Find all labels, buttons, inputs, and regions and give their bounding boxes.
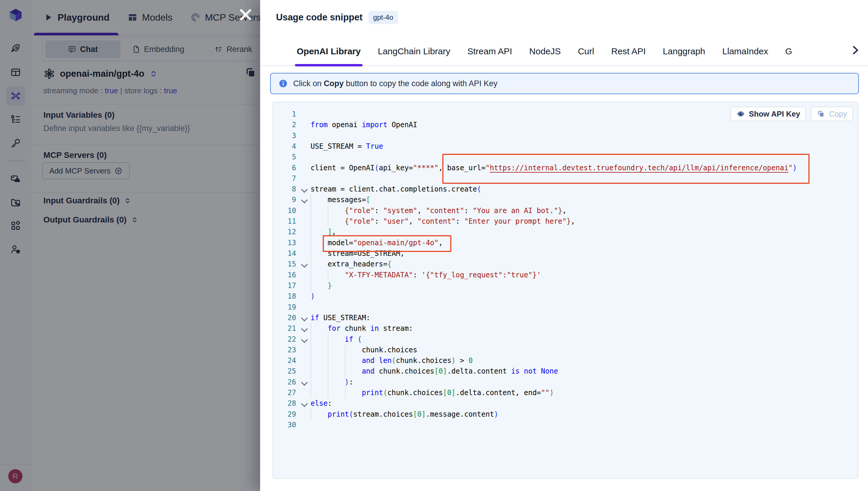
snippet-tab-label: Langgraph bbox=[663, 46, 705, 56]
line-number: 18 bbox=[273, 291, 296, 301]
code-text: print(stream.choices[0].message.content) bbox=[311, 409, 498, 420]
snippet-tab-langchain-library[interactable]: LangChain Library bbox=[378, 37, 450, 66]
snippet-tab-openai-library[interactable]: OpenAI Library bbox=[297, 37, 361, 66]
base-url-highlight bbox=[442, 154, 810, 184]
line-number: 24 bbox=[273, 355, 296, 366]
fold-chevron-icon[interactable] bbox=[301, 315, 308, 322]
model-badge: gpt-4o bbox=[368, 11, 398, 24]
snippet-tab-label: NodeJS bbox=[529, 46, 561, 56]
line-number: 16 bbox=[273, 270, 296, 280]
code-line: 15 extra_headers={ bbox=[273, 259, 858, 270]
line-number: 9 bbox=[273, 195, 296, 205]
indent-guide bbox=[328, 387, 328, 398]
indent-guide bbox=[328, 366, 328, 377]
modal-backdrop bbox=[0, 0, 260, 491]
indent-guide bbox=[311, 280, 311, 291]
fold-chevron-icon[interactable] bbox=[301, 325, 308, 332]
line-number: 30 bbox=[273, 420, 296, 430]
indent-guide bbox=[345, 345, 345, 355]
code-text: {"role": "user", "content": "Enter your … bbox=[311, 216, 575, 227]
close-icon[interactable] bbox=[236, 5, 255, 24]
indent-guide bbox=[328, 205, 328, 216]
model-highlight bbox=[323, 235, 451, 252]
banner-text: Click on Copy button to copy the code al… bbox=[293, 79, 498, 88]
line-number: 15 bbox=[273, 259, 296, 269]
code-text: stream = client.chat.completions.create( bbox=[311, 184, 481, 195]
code-line: 21 for chunk in stream: bbox=[273, 323, 858, 334]
line-number: 29 bbox=[273, 409, 296, 420]
indent-guide bbox=[311, 323, 311, 334]
code-text: if ( bbox=[311, 334, 362, 345]
code-line: 16 "X-TFY-METADATA": '{"tfy_log_request"… bbox=[273, 270, 858, 281]
line-number: 2 bbox=[273, 119, 296, 130]
code-text: from openai import OpenAI bbox=[311, 119, 417, 130]
line-number: 23 bbox=[273, 345, 296, 355]
indent-guide bbox=[328, 334, 328, 345]
snippet-tab-llamaindex[interactable]: LlamaIndex bbox=[723, 37, 768, 66]
code-block: Show API Key Copy 12from openai import O… bbox=[273, 102, 858, 479]
indent-guide bbox=[311, 409, 311, 420]
code-line: 11 {"role": "user", "content": "Enter yo… bbox=[273, 216, 858, 227]
indent-guide bbox=[345, 355, 345, 366]
line-number: 6 bbox=[273, 163, 296, 173]
indent-guide bbox=[345, 366, 345, 377]
code-line: 23 chunk.choices bbox=[273, 345, 858, 355]
code-text: ): bbox=[311, 377, 354, 387]
line-number: 27 bbox=[273, 387, 296, 398]
fold-chevron-icon[interactable] bbox=[301, 197, 308, 204]
active-tab-underline bbox=[295, 64, 363, 66]
fold-chevron-icon[interactable] bbox=[301, 186, 308, 193]
line-number: 20 bbox=[273, 313, 296, 323]
code-line: 20if USE_STREAM: bbox=[273, 313, 858, 323]
fold-chevron-icon[interactable] bbox=[301, 336, 308, 343]
indent-guide bbox=[328, 345, 328, 355]
line-number: 25 bbox=[273, 366, 296, 376]
snippet-tab-label: G bbox=[785, 46, 792, 56]
snippet-tab-langgraph[interactable]: Langgraph bbox=[663, 37, 705, 66]
code-text: and len(chunk.choices) > 0 bbox=[311, 355, 473, 366]
fold-chevron-icon[interactable] bbox=[301, 379, 308, 386]
line-number: 5 bbox=[273, 152, 296, 162]
snippet-tab-g[interactable]: G bbox=[785, 37, 792, 66]
code-line: 27 print(chunk.choices[0].delta.content,… bbox=[273, 387, 858, 398]
snippet-tab-stream-api[interactable]: Stream API bbox=[467, 37, 512, 66]
code-line: 30 bbox=[273, 420, 858, 431]
code-line: 17 } bbox=[273, 280, 858, 291]
copy-code-button[interactable]: Copy bbox=[811, 107, 853, 121]
snippet-tab-label: LangChain Library bbox=[378, 46, 450, 56]
line-number: 17 bbox=[273, 280, 296, 291]
code-line: 24 and len(chunk.choices) > 0 bbox=[273, 355, 858, 366]
line-number: 12 bbox=[273, 227, 296, 237]
snippet-tab-rest-api[interactable]: Rest API bbox=[611, 37, 646, 66]
copy-icon bbox=[817, 110, 825, 118]
code-text: and chunk.choices[0].delta.content is no… bbox=[311, 366, 558, 376]
line-number: 11 bbox=[273, 216, 296, 227]
snippet-tab-curl[interactable]: Curl bbox=[578, 37, 594, 66]
code-text: {"role": "system", "content": "You are a… bbox=[311, 205, 566, 216]
indent-guide bbox=[311, 387, 311, 398]
copy-info-banner: Click on Copy button to copy the code al… bbox=[270, 73, 859, 94]
tabs-scroll-right-icon[interactable] bbox=[848, 44, 862, 57]
app-screen: R PlaygroundModelsMCP Servers ChatEmbedd… bbox=[0, 0, 868, 491]
code-actions: Show API Key Copy bbox=[730, 107, 853, 121]
indent-guide bbox=[328, 216, 328, 227]
line-number: 1 bbox=[273, 109, 296, 119]
indent-guide bbox=[311, 355, 311, 366]
code-text: if USE_STREAM: bbox=[311, 313, 370, 323]
indent-guide bbox=[328, 377, 328, 388]
indent-guide bbox=[328, 355, 328, 366]
show-api-key-button[interactable]: Show API Key bbox=[730, 107, 806, 121]
line-number: 7 bbox=[273, 173, 296, 184]
indent-guide bbox=[311, 377, 311, 388]
code-line: 8stream = client.chat.completions.create… bbox=[273, 184, 858, 195]
fold-chevron-icon[interactable] bbox=[301, 261, 308, 268]
modal-header: Usage code snippet gpt-4o bbox=[276, 8, 398, 27]
code-text: "X-TFY-METADATA": '{"tfy_log_request":"t… bbox=[311, 270, 541, 280]
snippet-tab-label: Curl bbox=[578, 46, 594, 56]
fold-chevron-icon[interactable] bbox=[301, 400, 308, 407]
snippet-tab-nodejs[interactable]: NodeJS bbox=[529, 37, 561, 66]
snippet-tab-label: Stream API bbox=[467, 46, 512, 56]
line-number: 22 bbox=[273, 334, 296, 345]
line-number: 14 bbox=[273, 248, 296, 259]
code-text: } bbox=[311, 280, 332, 291]
